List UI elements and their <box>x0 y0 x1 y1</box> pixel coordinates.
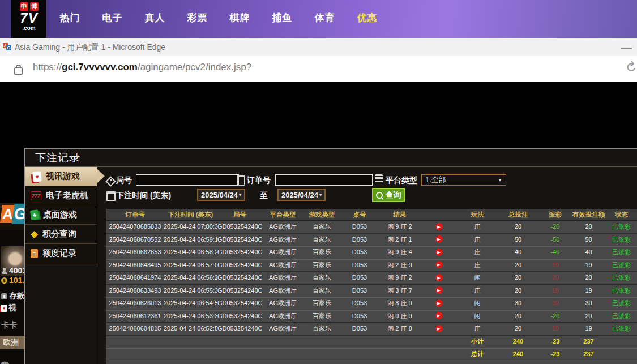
cell-result: 闲 0 庄 9 <box>379 310 421 323</box>
table-row: 2504240606419742025-04-24 06:56:25GD0532… <box>106 272 637 285</box>
totals-row: 小计240-23237 <box>106 336 637 349</box>
moneybag-icon: $ <box>1 277 7 284</box>
chevron-down-icon: ▼ <box>238 192 242 198</box>
cell-status: 已派彩 <box>605 259 637 272</box>
cell-result: 闲 9 庄 2 <box>379 221 421 233</box>
minimize-button[interactable] <box>621 48 632 49</box>
play-video-icon[interactable]: ▶ <box>435 325 443 332</box>
platform-type-value: 1.全部 <box>425 175 446 185</box>
cell-result: 闲 3 庄 7 <box>379 285 421 297</box>
table-row: 2504240606334932025-04-24 06:55:33GD0532… <box>106 285 637 298</box>
cell-valid_bet: 50 <box>572 234 605 246</box>
table-row: 2504240606484952025-04-24 06:57:04GD0532… <box>106 259 637 272</box>
order-number-input[interactable] <box>275 174 373 186</box>
slot-777-icon: 777 <box>31 191 41 200</box>
site-top-bar: 申 博 7V .com 热门电子真人彩票棋牌捕鱼体育优惠 <box>0 0 637 38</box>
sidebar-item-桌面游戏[interactable]: ♣桌面游戏 <box>25 205 97 225</box>
cell-play: ▶ <box>421 297 457 310</box>
totals-cell-game <box>303 336 340 348</box>
nav-item-电子[interactable]: 电子 <box>99 11 126 24</box>
totals-cell-result <box>379 348 421 361</box>
totals-cell-status <box>605 336 637 348</box>
table-header-row: 订单号下注时间 (美东)局号平台类型游戏类型桌号结果玩法总投注派彩有效投注额状态 <box>106 209 637 221</box>
platform-type-label: 平台类型 <box>386 174 417 186</box>
cell-valid_bet: 40 <box>572 246 605 259</box>
cell-total_bet: 20 <box>498 310 538 323</box>
cell-result: 闲 8 庄 0 <box>379 297 421 310</box>
play-video-icon[interactable]: ▶ <box>435 223 443 230</box>
cell-order: 250424060648495 <box>106 259 164 272</box>
nav-item-棋牌[interactable]: 棋牌 <box>226 11 253 24</box>
cell-time: 2025-04-24 06:55:33 <box>164 285 217 297</box>
nav-item-体育[interactable]: 体育 <box>311 11 338 24</box>
cell-table_no: D053 <box>340 246 379 259</box>
table-row: 2504240606123612025-04-24 06:53:37GD0532… <box>106 310 637 323</box>
cell-platform: AG欧洲厅 <box>262 259 303 272</box>
cell-order: 250424070685833 <box>106 221 164 233</box>
totals-cell-round <box>217 348 262 361</box>
cell-order: 250424060662853 <box>106 246 164 259</box>
cell-playtype: 闲 <box>457 310 498 323</box>
url-domain: gci.7vvvvvv.com <box>62 62 138 72</box>
cell-table_no: D053 <box>340 297 379 310</box>
nav-item-优惠[interactable]: 优惠 <box>354 11 381 24</box>
cell-order: 250424060612361 <box>106 310 164 323</box>
cell-game: 百家乐 <box>303 285 340 297</box>
platform-type-select[interactable]: 1.全部▼ <box>421 174 506 186</box>
cell-valid_bet: 20 <box>572 221 605 233</box>
browser-url-bar[interactable]: https://gci.7vvvvvv.com/agingame/pcv2/in… <box>0 56 637 83</box>
sidebar-item-电子老虎机[interactable]: 777电子老虎机 <box>25 186 97 205</box>
play-video-icon[interactable]: ▶ <box>435 312 443 319</box>
cell-time: 2025-04-24 06:59:11 <box>164 234 217 246</box>
refresh-icon[interactable]: ↻ <box>621 58 637 77</box>
nav-item-彩票[interactable]: 彩票 <box>184 11 211 24</box>
browser-title-bar: A G Asia Gaming - 用户配置 1 - Microsoft Edg… <box>0 38 637 57</box>
totals-cell-platform <box>262 336 303 348</box>
cell-order: 250424060641974 <box>106 272 164 284</box>
col-header-状态: 状态 <box>605 209 637 220</box>
cell-total_bet: 20 <box>498 272 538 284</box>
user-icon <box>1 268 7 274</box>
round-number-input[interactable] <box>136 174 239 186</box>
play-video-icon[interactable]: ▶ <box>435 261 443 268</box>
totals-cell-status <box>605 348 637 361</box>
sidebar-item-视讯游戏[interactable]: ♥视讯游戏 <box>25 167 97 186</box>
window-title: Asia Gaming - 用户配置 1 - Microsoft Edge <box>15 42 165 53</box>
play-video-icon[interactable]: ▶ <box>435 286 443 294</box>
date-to-select[interactable]: 2025/04/24▼ <box>277 189 326 201</box>
play-video-icon[interactable]: ▶ <box>435 235 443 243</box>
cell-valid_bet: 19 <box>572 323 605 335</box>
cell-payout: 19 <box>538 259 572 272</box>
bg-fragment-text: 竞 <box>1 361 9 364</box>
selected-arrow-icon <box>97 169 105 183</box>
date-from-select[interactable]: 2025/04/24▼ <box>197 189 245 201</box>
table-row: 2504240606628532025-04-24 06:58:27GD0532… <box>106 246 637 259</box>
platform-icon <box>375 174 383 183</box>
cell-payout: 19 <box>538 323 572 335</box>
nav-item-真人[interactable]: 真人 <box>142 11 168 24</box>
logo-sub-text: .com <box>11 25 46 31</box>
cell-valid_bet: 20 <box>572 310 605 323</box>
cell-total_bet: 30 <box>498 297 538 310</box>
bet-time-label: 下注时间 (美东) <box>116 190 171 201</box>
cell-time: 2025-04-24 06:54:54 <box>164 297 217 310</box>
table-row: 2504240606260132025-04-24 06:54:54GD0532… <box>106 297 637 310</box>
logo-tile-left: 申 <box>20 2 28 11</box>
play-video-icon[interactable]: ▶ <box>435 299 443 307</box>
url-text[interactable]: https://gci.7vvvvvv.com/agingame/pcv2/in… <box>33 62 251 73</box>
play-video-icon[interactable]: ▶ <box>435 249 443 256</box>
site-logo[interactable]: 申 博 7V .com <box>11 0 46 38</box>
cell-time: 2025-04-24 06:53:37 <box>164 310 217 323</box>
sidebar-item-label: 额度记录 <box>42 248 76 259</box>
play-video-icon[interactable]: ▶ <box>435 274 443 281</box>
cell-play: ▶ <box>421 259 457 272</box>
cell-play: ▶ <box>421 323 457 335</box>
cell-total_bet: 20 <box>498 259 538 272</box>
lock-icon[interactable] <box>14 67 23 75</box>
cell-playtype: 庄 <box>457 323 498 335</box>
query-button[interactable]: 查询 <box>372 188 405 202</box>
nav-item-捕鱼[interactable]: 捕鱼 <box>269 11 296 24</box>
nav-item-热门[interactable]: 热门 <box>57 11 83 24</box>
sidebar-item-额度记录[interactable]: ≡额度记录 <box>25 244 97 263</box>
sidebar-item-积分查询[interactable]: ◆积分查询 <box>25 225 97 244</box>
